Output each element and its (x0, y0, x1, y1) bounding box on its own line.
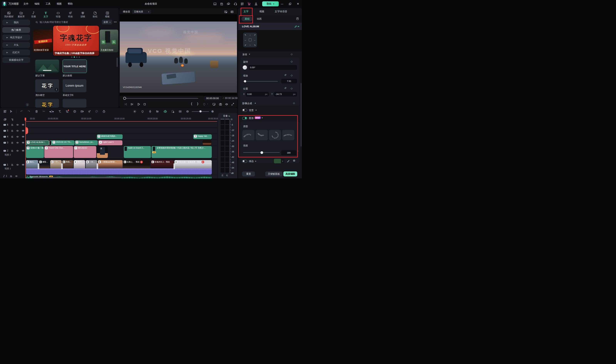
carousel-card-left[interactable]: 欧洲杯体 欧洲杯体育资源 (33, 30, 53, 52)
zoom-in-icon[interactable]: ⊕ (210, 109, 215, 114)
auto-snap-icon[interactable] (11, 118, 14, 121)
color-palette-icon[interactable] (94, 109, 99, 114)
undo-icon[interactable]: ↶ (19, 109, 24, 114)
tab-my-media[interactable]: 我的素材 (3, 11, 15, 18)
tab-stock-media[interactable]: 素材库 (15, 11, 27, 18)
marker-icon[interactable] (203, 103, 206, 106)
template-blank[interactable] (63, 99, 86, 108)
lock-icon[interactable] (11, 123, 14, 126)
category-hot[interactable]: 热门推荐 (2, 27, 30, 33)
menu-help[interactable]: 帮助 (65, 0, 75, 8)
template-default-subtitle[interactable] (35, 60, 59, 73)
delete-icon[interactable] (34, 109, 39, 114)
type-gentle-arch-card[interactable]: ABCDEFGH (282, 130, 294, 140)
split-clip-icon[interactable] (163, 109, 168, 114)
track-header-2[interactable]: 2 (0, 148, 25, 153)
keyframe-panel-button[interactable]: 关键帧面板 (265, 171, 283, 176)
store-cart-icon[interactable] (247, 2, 251, 6)
menu-file[interactable]: 文件 (21, 0, 31, 8)
pad-up-icon[interactable]: ↑ (248, 33, 252, 38)
pad-up-left-icon[interactable]: ↖ (243, 33, 248, 38)
graphic-toggle[interactable] (242, 117, 247, 120)
timeline-clip-selected[interactable]: TLOVE ALBUM /... (26, 140, 49, 145)
snapshot-icon[interactable] (219, 103, 222, 106)
scale-reset-icon[interactable]: ↺ (284, 74, 286, 76)
timeline-clip[interactable]: ✦镜头炫光3 (74, 146, 96, 158)
timeline-clip[interactable]: T谢谢你成为我的... (97, 134, 123, 139)
timeline-clip[interactable]: ▶一个.. (50, 160, 62, 168)
play-icon[interactable] (137, 102, 141, 106)
tab-filters[interactable]: 滤镜 (77, 11, 89, 18)
category-mine[interactable]: ▶我的 (2, 20, 30, 25)
speech-to-text-icon[interactable] (72, 109, 77, 114)
strength-slider-knob[interactable] (260, 151, 263, 154)
transform-caret-icon[interactable]: ▼ (249, 54, 250, 55)
timeline-clip[interactable]: T安崽&小鑫 / 海... (26, 146, 44, 158)
tab-text[interactable]: T文字 (40, 11, 52, 18)
category-pure-text[interactable]: ▶纯文字设计 (2, 35, 30, 40)
timeline-clip[interactable]: TSometimes, yo... (75, 140, 98, 145)
timeline-ruler[interactable]: 00:00 00:00:05:00 00:00:10:00 00:00:15:0… (25, 118, 217, 122)
next-frame-icon[interactable] (130, 103, 134, 106)
lock-icon[interactable] (11, 135, 14, 138)
eye-icon[interactable] (22, 135, 25, 138)
tab-stickers[interactable]: 贴纸 (89, 11, 101, 18)
collapse-panel-button[interactable]: ‹ (26, 103, 29, 106)
quality-dropdown[interactable]: 完整画质∨ (132, 10, 151, 14)
screen-record-icon[interactable] (170, 109, 175, 114)
fullscreen-icon[interactable] (231, 103, 235, 106)
scale-slider[interactable] (243, 81, 278, 82)
compositing-keyframe[interactable]: ◇ (293, 102, 295, 104)
render-preview-icon[interactable] (132, 109, 137, 114)
cloud-sync-icon[interactable] (226, 2, 230, 6)
timeline-clip[interactable]: ✦Travel Chic Ove... (44, 146, 73, 158)
position-reset-icon[interactable]: ↺ (284, 87, 286, 89)
advanced-edit-button[interactable]: 高级编辑 (283, 171, 297, 176)
y-input[interactable]: -34.73px (274, 92, 297, 96)
speaker-icon[interactable] (15, 175, 18, 178)
timeline-clip[interactable]: ▶玫瑰的女人 - 预览 (151, 160, 174, 168)
prev-frame-icon[interactable] (124, 103, 128, 106)
text-tool-icon[interactable] (57, 109, 62, 114)
track-lane-5[interactable] (25, 128, 217, 133)
type-valley-card[interactable]: ABCDEFG (256, 130, 268, 140)
eye-icon[interactable] (22, 149, 25, 152)
select-tool-icon[interactable] (9, 109, 14, 114)
text-to-speech-icon[interactable] (80, 109, 84, 114)
background-ca ret-icon[interactable]: ▲ (255, 109, 257, 111)
audio-track-header-1[interactable]: ♪1 (0, 174, 25, 178)
detach-audio-icon[interactable]: ◂♪▸ (49, 109, 54, 114)
video-frame[interactable]: 视觉中国 VCG 视觉中国 VCG42N931182946 (120, 22, 237, 93)
timeline-clip[interactable]: 黑 (97, 146, 108, 158)
zoom-out-icon[interactable]: ⊖ (185, 109, 190, 114)
track-header-5[interactable]: 5 (0, 128, 25, 133)
eye-icon[interactable] (22, 123, 25, 126)
subtab-basic[interactable]: 基础 (242, 16, 252, 21)
timeline-clip[interactable]: ▶一群朋友的剪影... (98, 160, 123, 168)
timeline-clip[interactable]: VIP 还要抱抱你爱的他/她 / 代表心意的花 / 情人节 当然少... (152, 146, 212, 158)
menu-tools[interactable]: 工具 (43, 0, 53, 8)
panel-scrollbar[interactable] (301, 83, 301, 146)
account-icon[interactable] (254, 2, 258, 6)
scrub-bar[interactable]: 00:00:00:00 / 00:00:34:00 (123, 96, 234, 101)
timeline-clip[interactable]: ▶在路上。- 预览▶ (123, 160, 150, 168)
template-basic-text6[interactable]: Lorem ipsum (63, 79, 86, 92)
lock-icon[interactable] (11, 163, 14, 166)
rotate-input[interactable]: 0.00° (249, 65, 297, 70)
playhead-grip[interactable] (26, 127, 28, 134)
speaker-icon[interactable] (16, 163, 19, 166)
track-header-3[interactable]: 3 (0, 140, 25, 145)
lock-icon[interactable] (11, 149, 14, 152)
close-icon[interactable]: ✕ (297, 2, 299, 5)
timeline-clip[interactable]: ✦Light Leak 5 (98, 140, 122, 145)
template-yellow-huazi[interactable]: 花 字 (35, 99, 59, 108)
pad-right-icon[interactable]: → (252, 38, 257, 42)
compositing-label[interactable]: 影像合成 (242, 102, 252, 105)
minimize-icon[interactable]: — (281, 2, 283, 5)
tab-video-properties[interactable]: 视频 (259, 10, 264, 13)
speaker-icon[interactable] (16, 129, 19, 132)
pad-down-icon[interactable]: ↓ (248, 42, 252, 47)
timeline-clip[interactable]: ▶黄昏... (39, 160, 50, 168)
add-track-icon[interactable] (3, 118, 7, 121)
eye-icon[interactable] (22, 163, 25, 166)
